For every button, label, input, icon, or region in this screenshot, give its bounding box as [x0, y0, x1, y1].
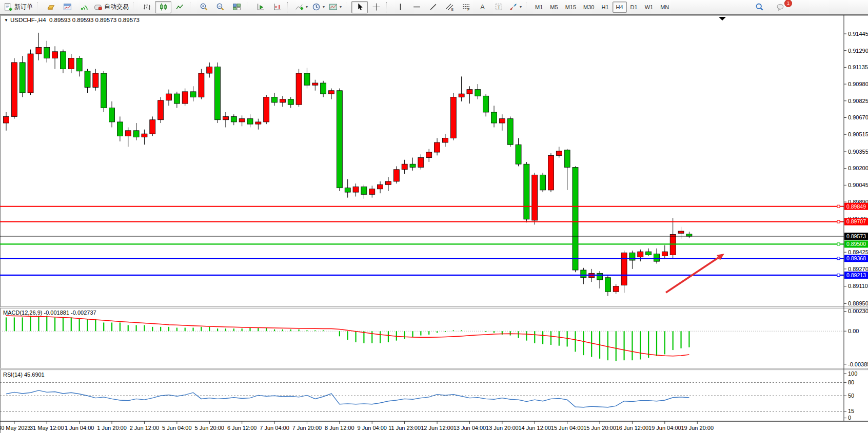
candlestick-chart-icon [159, 3, 168, 11]
fibonacci-icon: F [462, 3, 470, 11]
template-button[interactable]: ▾ [327, 1, 344, 13]
timeframe-H1[interactable]: H1 [598, 2, 612, 13]
toolbar: 新订单 自动交易 [0, 0, 868, 14]
channel-tool-button[interactable]: E [441, 1, 458, 13]
toolbar-right-group: 1 [751, 1, 789, 13]
candlestick-chart-button[interactable] [155, 1, 171, 13]
svg-text:E: E [451, 8, 453, 11]
timeframe-M5[interactable]: M5 [546, 2, 561, 13]
timeframe-D1[interactable]: D1 [627, 2, 641, 13]
template-chart-icon [329, 3, 338, 11]
text-icon: A [478, 3, 487, 11]
toolbar-separator [386, 2, 390, 12]
label-tool-button[interactable]: T [490, 1, 507, 13]
rsi-value: 45.6901 [24, 372, 45, 378]
line-chart-button[interactable] [171, 1, 188, 13]
trendline-icon [429, 3, 438, 11]
chart-window: 0.914450.912900.911350.909800.908250.906… [0, 14, 868, 433]
timeframe-H4[interactable]: H4 [613, 2, 627, 13]
chevron-down-icon: ▾ [306, 5, 308, 9]
timeframe-M30[interactable]: M30 [580, 2, 598, 13]
cursor-tool-button[interactable] [351, 1, 368, 13]
arrows-icon [509, 3, 518, 11]
rsi-name: RSI(14) [3, 372, 23, 378]
timeframe-M15[interactable]: M15 [562, 2, 580, 13]
cursor-icon [356, 3, 364, 11]
chevron-down-icon: ▾ [323, 5, 325, 9]
tile-windows-icon [232, 3, 241, 11]
zoom-out-icon [216, 3, 225, 11]
market-watch-button[interactable] [43, 1, 59, 13]
zoom-in-button[interactable] [195, 1, 212, 13]
vertical-line-icon [396, 3, 405, 11]
trading-terminal: 新订单 自动交易 [0, 0, 868, 433]
vertical-line-tool-button[interactable] [392, 1, 408, 13]
price-axis[interactable] [844, 15, 868, 421]
chart-window-icon [63, 3, 72, 11]
macd-values: -0.001881 -0.002737 [44, 310, 96, 316]
trendline-tool-button[interactable] [425, 1, 441, 13]
macd-indicator-label: MACD(12,26,9) -0.001881 -0.002737 [3, 310, 96, 316]
timeframe-W1[interactable]: W1 [641, 2, 657, 13]
gold-bar-icon [47, 3, 55, 11]
auto-scroll-button[interactable] [252, 1, 269, 13]
chat-badge: 1 [784, 0, 792, 7]
auto-scroll-icon [257, 3, 265, 11]
svg-text:F: F [467, 8, 469, 11]
toolbar-separator [287, 2, 291, 12]
timeframe-MN[interactable]: MN [657, 2, 673, 13]
period-clock-icon [312, 3, 321, 11]
chat-button[interactable]: 1 [773, 1, 789, 13]
toolbar-separator [247, 2, 251, 12]
new-order-icon [4, 3, 13, 11]
period-button[interactable]: ▾ [310, 1, 327, 13]
new-order-button[interactable]: 新订单 [2, 1, 35, 13]
line-chart-icon [175, 3, 184, 11]
chart-window-button[interactable] [59, 1, 75, 13]
toolbar-separator [526, 2, 530, 12]
macd-plot-area[interactable] [0, 308, 844, 368]
svg-text:A: A [480, 3, 485, 11]
crosshair-icon [372, 3, 381, 11]
bar-chart-icon [143, 3, 151, 11]
chart-title: ▼USDCHF-,H4 0.89593 0.89593 0.89573 0.89… [4, 17, 140, 23]
macd-name: MACD(12,26,9) [3, 310, 42, 316]
toolbar-separator [133, 2, 137, 12]
toolbar-separator [346, 2, 350, 12]
search-button[interactable] [751, 1, 767, 13]
bar-chart-button[interactable] [139, 1, 155, 13]
main-plot-area[interactable] [0, 15, 844, 306]
fibonacci-tool-button[interactable]: F [458, 1, 474, 13]
auto-trading-icon [94, 3, 103, 11]
chart-ohlc-values: 0.89593 0.89593 0.89573 0.89573 [49, 17, 140, 23]
auto-trading-button[interactable]: 自动交易 [92, 1, 131, 13]
arrows-tool-button[interactable]: ▾ [507, 1, 524, 13]
rsi-indicator-label: RSI(14) 45.6901 [3, 372, 45, 378]
timeframe-M1[interactable]: M1 [531, 2, 546, 13]
price-chart[interactable]: 0.914450.912900.911350.909800.908250.906… [0, 15, 868, 433]
horizontal-line-icon [412, 3, 421, 11]
chevron-down-icon: ▾ [520, 5, 522, 9]
timeframe-group: M1M5M15M30H1H4D1W1MN [531, 2, 673, 13]
svg-text:T: T [497, 4, 500, 10]
chart-shift-icon [273, 3, 282, 11]
chevron-down-icon: ▾ [340, 5, 342, 9]
new-order-label: 新订单 [14, 3, 33, 11]
chart-shift-button[interactable] [269, 1, 285, 13]
add-indicator-icon [295, 3, 304, 11]
signal-icon [80, 3, 88, 11]
crosshair-tool-button[interactable] [368, 1, 384, 13]
horizontal-line-tool-button[interactable] [408, 1, 425, 13]
chart-menu-icon[interactable]: ▼ [4, 18, 8, 23]
add-indicator-button[interactable]: ▾ [293, 1, 310, 13]
auto-trading-label: 自动交易 [104, 3, 129, 11]
zoom-in-icon [200, 3, 208, 11]
tile-windows-button[interactable] [228, 1, 245, 13]
zoom-out-button[interactable] [212, 1, 228, 13]
rsi-plot-area[interactable] [0, 370, 844, 421]
time-axis[interactable] [0, 421, 868, 433]
toolbar-separator [190, 2, 194, 12]
search-icon [755, 3, 764, 11]
text-tool-button[interactable]: A [474, 1, 490, 13]
signals-button[interactable] [75, 1, 92, 13]
